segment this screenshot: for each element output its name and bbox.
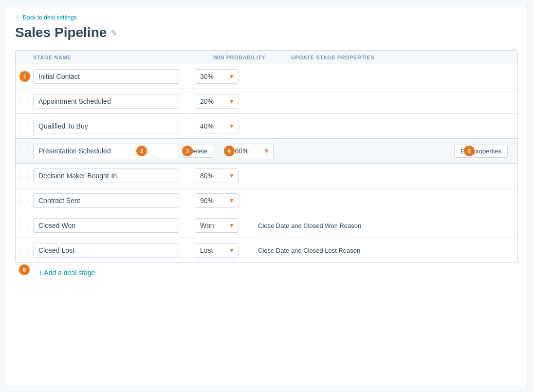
stage-name-input-contract-sent[interactable] — [33, 193, 179, 208]
stages-container: 1 ⋮⋮ 10%20%30%40%50%60%70%80%90%WonLost … — [15, 64, 518, 263]
add-stage-row: 6 + Add a deal stage — [15, 263, 518, 277]
drag-handle-appointment-scheduled[interactable]: ⋮⋮ — [16, 97, 33, 106]
badge-5: 5 — [464, 146, 475, 156]
stage-row-closed-won: ⋮⋮ 10%20%30%40%50%60%70%80%90%WonLost ▼ … — [15, 213, 518, 238]
drag-handle-qualified-to-buy[interactable]: ⋮⋮ — [16, 122, 33, 131]
drag-handle-closed-lost[interactable]: ⋮⋮ — [16, 246, 33, 255]
stage-name-input-decision-maker[interactable] — [33, 168, 179, 183]
page-title: Sales Pipeline — [15, 25, 107, 40]
header-stage-name: STAGE NAME — [33, 55, 213, 60]
prob-select-appointment-scheduled[interactable]: 10%20%30%40%50%60%70%80%90%WonLost — [195, 94, 239, 109]
stage-row-qualified-to-buy: ⋮⋮ 10%20%30%40%50%60%70%80%90%WonLost ▼ — [15, 114, 518, 139]
stage-row-presentation-scheduled: 2 3 5 ⋮⋮ Delete 4 10%20%30%40%50%60%70%8… — [15, 139, 518, 164]
header-update-stage-properties: UPDATE STAGE PROPERTIES — [291, 55, 508, 60]
prob-select-wrapper-initial-contact: 10%20%30%40%50%60%70%80%90%WonLost ▼ — [195, 69, 239, 84]
stage-name-input-qualified-to-buy[interactable] — [33, 119, 179, 133]
prob-select-wrapper-presentation-scheduled: 4 10%20%30%40%50%60%70%80%90%WonLost ▼ — [230, 144, 274, 158]
prob-select-initial-contact[interactable]: 10%20%30%40%50%60%70%80%90%WonLost — [195, 69, 239, 84]
prob-select-decision-maker[interactable]: 10%20%30%40%50%60%70%80%90%WonLost — [195, 168, 239, 183]
stage-row-decision-maker: ⋮⋮ 10%20%30%40%50%60%70%80%90%WonLost ▼ — [15, 164, 518, 188]
stage-row-appointment-scheduled: ⋮⋮ 10%20%30%40%50%60%70%80%90%WonLost ▼ — [15, 89, 518, 114]
prob-select-wrapper-qualified-to-buy: 10%20%30%40%50%60%70%80%90%WonLost ▼ — [195, 119, 239, 133]
badge-6: 6 — [19, 264, 30, 275]
stage-name-input-initial-contact[interactable] — [33, 69, 179, 84]
badge-4: 4 — [224, 146, 235, 156]
page-wrapper: ← Back to deal settings Sales Pipeline ✎… — [5, 5, 528, 386]
back-arrow-icon: ← — [15, 14, 21, 21]
stage-name-input-closed-lost[interactable] — [33, 243, 179, 258]
prob-select-qualified-to-buy[interactable]: 10%20%30%40%50%60%70%80%90%WonLost — [195, 119, 239, 133]
stage-name-input-presentation-scheduled[interactable] — [33, 144, 179, 158]
drag-handle-presentation-scheduled[interactable]: ⋮⋮ — [16, 147, 33, 156]
prob-select-contract-sent[interactable]: 10%20%30%40%50%60%70%80%90%WonLost — [195, 193, 239, 208]
stage-name-input-closed-won[interactable] — [33, 218, 179, 233]
page-title-row: Sales Pipeline ✎ — [15, 25, 518, 40]
prob-select-presentation-scheduled[interactable]: 10%20%30%40%50%60%70%80%90%WonLost — [230, 144, 274, 158]
add-stage-link[interactable]: + Add a deal stage — [38, 269, 95, 277]
stage-name-input-appointment-scheduled[interactable] — [33, 94, 179, 109]
badge-2: 2 — [136, 146, 147, 156]
table-header: STAGE NAME WIN PROBABILITY UPDATE STAGE … — [15, 50, 518, 64]
stage-row-closed-lost: ⋮⋮ 10%20%30%40%50%60%70%80%90%WonLost ▼ … — [15, 238, 518, 263]
prob-select-wrapper-decision-maker: 10%20%30%40%50%60%70%80%90%WonLost ▼ — [195, 168, 239, 183]
stage-row-contract-sent: ⋮⋮ 10%20%30%40%50%60%70%80%90%WonLost ▼ — [15, 188, 518, 213]
back-link[interactable]: ← Back to deal settings — [15, 14, 77, 21]
edit-icon[interactable]: ✎ — [110, 28, 117, 37]
prob-select-wrapper-closed-won: 10%20%30%40%50%60%70%80%90%WonLost ▼ — [195, 218, 239, 233]
drag-handle-decision-maker[interactable]: ⋮⋮ — [16, 171, 33, 181]
badge-3: 3 — [182, 146, 193, 156]
update-props-closed-lost: Close Date and Closed Lost Reason — [258, 247, 383, 254]
badge-1: 1 — [19, 71, 30, 82]
prob-select-closed-won[interactable]: 10%20%30%40%50%60%70%80%90%WonLost — [195, 218, 239, 233]
update-props-closed-won: Close Date and Closed Won Reason — [258, 222, 383, 229]
edit-props-button-presentation-scheduled[interactable]: Edit properties — [454, 145, 508, 158]
prob-select-wrapper-contract-sent: 10%20%30%40%50%60%70%80%90%WonLost ▼ — [195, 193, 239, 208]
header-win-probability: WIN PROBABILITY — [213, 55, 291, 60]
drag-handle-closed-won[interactable]: ⋮⋮ — [16, 221, 33, 230]
prob-select-wrapper-closed-lost: 10%20%30%40%50%60%70%80%90%WonLost ▼ — [195, 243, 239, 258]
stage-row-initial-contact: 1 ⋮⋮ 10%20%30%40%50%60%70%80%90%WonLost … — [15, 64, 518, 89]
drag-handle-contract-sent[interactable]: ⋮⋮ — [16, 196, 33, 205]
prob-select-wrapper-appointment-scheduled: 10%20%30%40%50%60%70%80%90%WonLost ▼ — [195, 94, 239, 109]
prob-select-closed-lost[interactable]: 10%20%30%40%50%60%70%80%90%WonLost — [195, 243, 239, 258]
